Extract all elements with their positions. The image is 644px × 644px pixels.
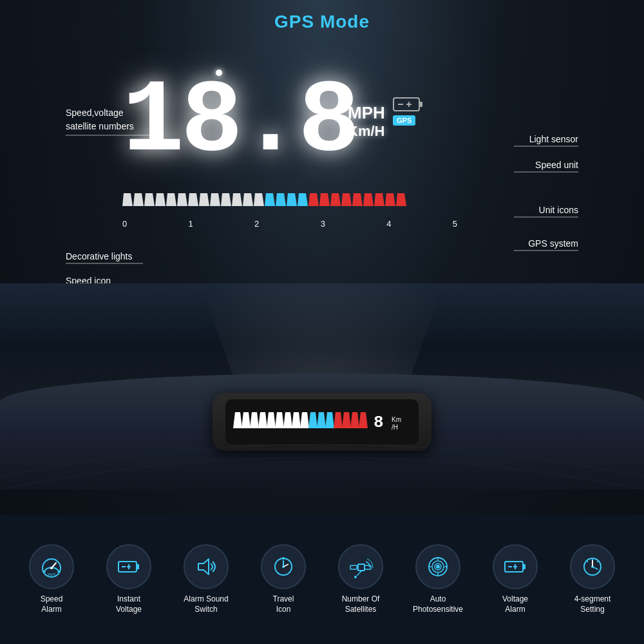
battery-icon [116, 554, 142, 580]
svg-line-72 [283, 564, 289, 567]
icon-item-travel: Travel Icon [251, 544, 316, 614]
sound-icon-circle [184, 544, 229, 589]
svg-marker-27 [352, 193, 363, 206]
annotation-decorative: Decorative lights [66, 251, 143, 264]
svg-marker-23 [308, 193, 319, 206]
svg-text:KM/H: KM/H [48, 573, 56, 576]
segment-icon [580, 554, 605, 580]
speed-alarm-label: Speed Alarm [41, 594, 63, 614]
speed-unit-display: MPH Km/H [348, 103, 385, 140]
camera-icon-circle [415, 544, 460, 589]
svg-marker-10 [166, 193, 176, 206]
travel-icon-circle [261, 544, 306, 589]
svg-rect-1 [419, 102, 422, 107]
svg-marker-6 [122, 193, 133, 206]
gps-badge: GPS [393, 115, 415, 126]
svg-point-59 [50, 567, 53, 569]
svg-marker-29 [374, 193, 384, 206]
photosensitive-label: Auto Photosensitive [413, 594, 463, 614]
svg-point-78 [354, 576, 357, 578]
unit-icons-area: GPS [393, 97, 425, 126]
svg-point-73 [282, 557, 285, 560]
svg-marker-25 [330, 193, 341, 206]
annotation-gps-system: GPS system [514, 238, 578, 251]
speed-digits: 18.8 [122, 71, 357, 174]
sound-icon [193, 554, 219, 580]
speedometer-icon: KM/H [39, 554, 64, 580]
voltage-alarm-label: Voltage Alarm [502, 594, 528, 614]
svg-marker-12 [188, 193, 198, 206]
svg-marker-9 [155, 193, 166, 206]
svg-marker-20 [276, 193, 286, 206]
bottom-icons-strip: KM/H Speed Alarm Instant Voltage [0, 515, 644, 644]
segment-label: 4-segment Setting [574, 594, 611, 614]
hud-area: 18.8 MPH Km/H GPS [32, 39, 612, 316]
device-area: 8 Km /H [0, 283, 644, 489]
svg-marker-17 [243, 193, 253, 206]
svg-marker-68 [198, 559, 209, 574]
satellite-icon-circle [338, 544, 383, 589]
instant-voltage-label: Instant Voltage [116, 594, 142, 614]
annotation-speed-unit: Speed unit [514, 160, 578, 173]
display-box: 18.8 MPH Km/H GPS [116, 64, 438, 264]
icon-item-voltage-alarm: Voltage Alarm [483, 544, 547, 614]
svg-line-98 [587, 561, 588, 562]
icon-item-voltage: Instant Voltage [97, 544, 161, 614]
decorative-lights-svg [122, 193, 444, 207]
voltage-icon-circle [493, 544, 538, 589]
battery-unit-icon [393, 97, 425, 112]
svg-rect-4 [406, 104, 412, 105]
battery-icon-circle [106, 544, 151, 589]
svg-marker-31 [396, 193, 406, 206]
bar-numbers: 0 1 2 3 4 5 [122, 219, 457, 229]
svg-rect-75 [350, 565, 357, 569]
dashboard-lines [0, 374, 644, 489]
svg-marker-7 [133, 193, 144, 206]
svg-rect-74 [358, 564, 365, 571]
svg-marker-26 [341, 193, 352, 206]
icon-item-speed-alarm: KM/H Speed Alarm [19, 544, 84, 614]
annotation-unit-icons: Unit icons [514, 205, 578, 218]
svg-marker-28 [363, 193, 374, 206]
icon-item-alarm-sound: Alarm Sound Switch [174, 544, 238, 614]
unit-mph: MPH [348, 103, 385, 123]
svg-marker-14 [210, 193, 220, 206]
travel-icon [270, 554, 296, 580]
voltage-icon [502, 554, 528, 580]
svg-rect-64 [137, 564, 139, 569]
annotation-light-sensor: Light sensor [514, 134, 578, 147]
svg-marker-21 [287, 193, 297, 206]
satellite-icon [348, 554, 374, 580]
svg-marker-24 [319, 193, 330, 206]
svg-marker-15 [221, 193, 231, 206]
svg-line-77 [357, 571, 362, 576]
svg-rect-2 [398, 104, 403, 105]
unit-kmh: Km/H [348, 123, 385, 140]
icon-item-photosensitive: Auto Photosensitive [406, 544, 470, 614]
segment-icon-circle [570, 544, 615, 589]
alarm-sound-label: Alarm Sound Switch [184, 594, 228, 614]
satellites-label: Number Of Satellites [342, 594, 380, 614]
page-title: GPS Mode [0, 0, 644, 32]
svg-marker-18 [254, 193, 264, 206]
travel-icon-label: Travel Icon [273, 594, 294, 614]
svg-marker-19 [265, 193, 275, 206]
camera-icon [425, 554, 451, 580]
svg-marker-16 [232, 193, 242, 206]
main-container: GPS Mode 18.8 MPH Km/H [0, 0, 644, 644]
decorative-lights [122, 193, 444, 207]
icon-item-satellites: Number Of Satellites [328, 544, 393, 614]
svg-point-86 [436, 565, 440, 569]
icon-item-segment: 4-segment Setting [560, 544, 625, 614]
annotation-speed-voltage: Speed,voltage satellite numbers [66, 106, 156, 136]
svg-marker-30 [385, 193, 395, 206]
svg-marker-13 [199, 193, 209, 206]
svg-rect-88 [523, 564, 526, 569]
svg-line-95 [592, 567, 598, 569]
svg-marker-8 [144, 193, 155, 206]
svg-marker-11 [177, 193, 187, 206]
svg-line-97 [597, 561, 598, 562]
speedometer-icon-circle: KM/H [29, 544, 74, 589]
svg-marker-22 [298, 193, 308, 206]
